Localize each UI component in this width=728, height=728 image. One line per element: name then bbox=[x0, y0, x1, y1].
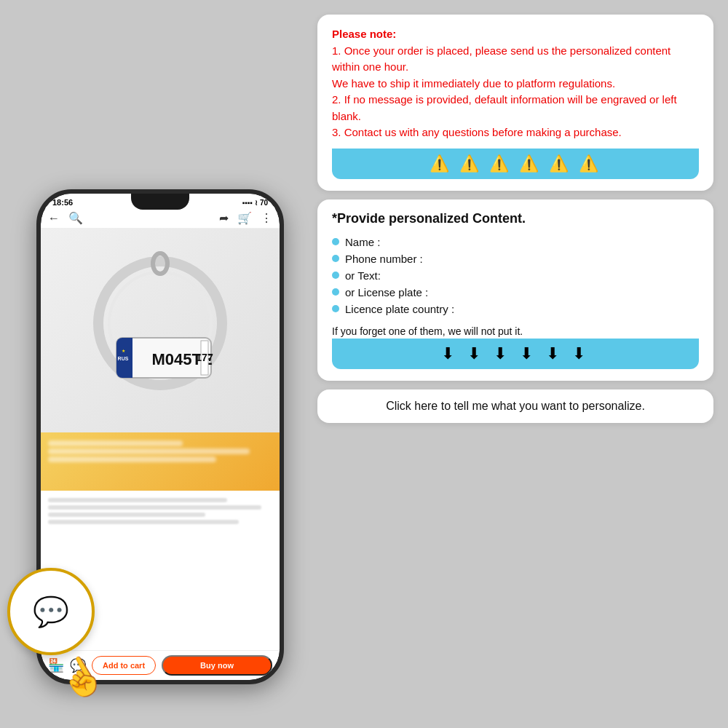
review-line-3 bbox=[48, 513, 205, 517]
more-icon[interactable]: ⋮ bbox=[261, 211, 272, 225]
reviews-section bbox=[41, 491, 280, 563]
back-icon[interactable]: ← bbox=[48, 212, 60, 225]
review-line-4 bbox=[48, 520, 239, 524]
bullet-2 bbox=[332, 255, 339, 262]
blur-line-2 bbox=[48, 448, 250, 454]
warning-icons: ⚠️ ⚠️ ⚠️ ⚠️ ⚠️ ⚠️ bbox=[430, 154, 602, 173]
list-item-text: or Text: bbox=[332, 267, 699, 284]
note-point2: We have to ship it immediately due to pl… bbox=[332, 77, 615, 90]
list-item-name: Name : bbox=[332, 234, 699, 250]
note-title: Please note: bbox=[332, 28, 396, 40]
buy-now-button[interactable]: Buy now bbox=[162, 655, 272, 676]
item-label-name: Name : bbox=[345, 236, 380, 248]
warning-bar: ⚠️ ⚠️ ⚠️ ⚠️ ⚠️ ⚠️ bbox=[332, 149, 699, 179]
wifi-icon: ≀ bbox=[255, 199, 258, 207]
note-card: Please note: 1. Once your order is place… bbox=[317, 15, 713, 191]
phone-notch bbox=[131, 194, 189, 210]
personalize-card: *Provide personalized Content. Name : Ph… bbox=[317, 199, 713, 381]
bullet-3 bbox=[332, 272, 339, 279]
status-icons: ▪▪▪▪ ≀ 70 bbox=[242, 199, 268, 207]
bullet-5 bbox=[332, 305, 339, 312]
list-item-country: Licence plate country : bbox=[332, 301, 699, 317]
personalize-list: Name : Phone number : or Text: or Licens… bbox=[332, 234, 699, 317]
bullet-4 bbox=[332, 288, 339, 296]
chat-bubble-icon: 💬 bbox=[33, 595, 69, 629]
product-image: RUS ★ M045TE 177 bbox=[41, 229, 280, 432]
status-time: 18:56 bbox=[52, 198, 73, 207]
item-label-text: or Text: bbox=[345, 269, 381, 282]
item-label-country: Licence plate country : bbox=[345, 303, 454, 315]
note-text: Please note: 1. Once your order is place… bbox=[332, 26, 699, 141]
keychain-svg: RUS ★ M045TE 177 bbox=[80, 250, 240, 411]
blur-line-3 bbox=[48, 456, 216, 462]
personalize-footer-note: If you forget one of them, we will not p… bbox=[332, 325, 699, 339]
right-section: Please note: 1. Once your order is place… bbox=[317, 15, 713, 713]
search-icon[interactable]: 🔍 bbox=[68, 211, 83, 225]
arrow-icons: ⬇ ⬇ ⬇ ⬇ ⬇ ⬇ bbox=[441, 344, 590, 363]
review-line-2 bbox=[48, 505, 261, 510]
item-label-plate: or License plate : bbox=[345, 286, 428, 298]
bullet-1 bbox=[332, 238, 339, 245]
note-point3: 2. If no message is provided, default in… bbox=[332, 93, 677, 122]
svg-text:★: ★ bbox=[122, 349, 125, 353]
product-info-area bbox=[41, 432, 280, 491]
browser-nav: ← 🔍 ➦ 🛒 ⋮ bbox=[41, 208, 280, 229]
battery-icon: 70 bbox=[260, 199, 268, 207]
list-item-phone: Phone number : bbox=[332, 250, 699, 267]
personalize-title: *Provide personalized Content. bbox=[332, 211, 699, 226]
note-point1: 1. Once your order is placed, please sen… bbox=[332, 44, 670, 74]
signal-icon: ▪▪▪▪ bbox=[242, 199, 253, 207]
arrow-bar: ⬇ ⬇ ⬇ ⬇ ⬇ ⬇ bbox=[332, 339, 699, 369]
share-icon[interactable]: ➦ bbox=[219, 211, 229, 225]
cart-icon[interactable]: 🛒 bbox=[237, 211, 252, 225]
list-item-plate: or License plate : bbox=[332, 284, 699, 301]
note-point4: 3. Contact us with any questions before … bbox=[332, 126, 622, 138]
chat-bubble-overlay: 💬 bbox=[7, 568, 95, 655]
svg-text:RUS: RUS bbox=[118, 356, 129, 361]
item-label-phone: Phone number : bbox=[345, 253, 423, 265]
cta-text[interactable]: Click here to tell me what you want to p… bbox=[386, 400, 645, 412]
review-line-1 bbox=[48, 498, 227, 502]
phone-section: 18:56 ▪▪▪▪ ≀ 70 ← 🔍 ➦ 🛒 ⋮ bbox=[15, 15, 306, 713]
cta-card[interactable]: Click here to tell me what you want to p… bbox=[317, 389, 713, 423]
svg-text:177: 177 bbox=[196, 352, 213, 363]
blur-line-1 bbox=[48, 440, 183, 446]
